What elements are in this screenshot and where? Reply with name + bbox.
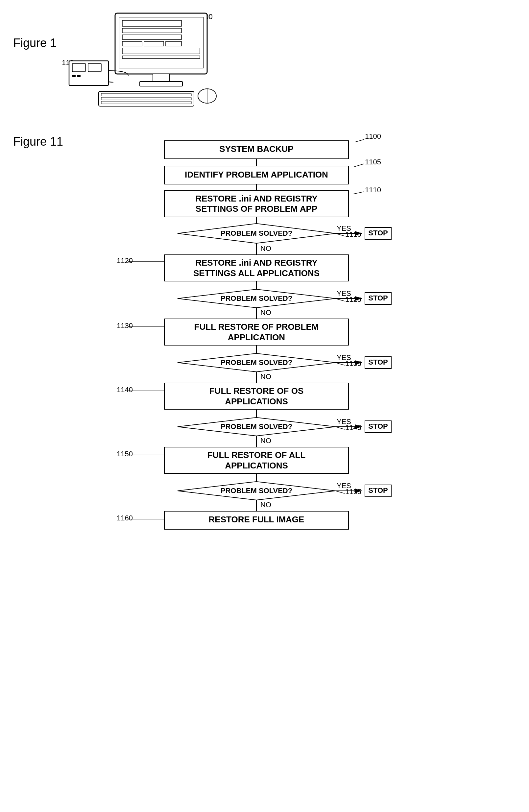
svg-text:PROBLEM SOLVED?: PROBLEM SOLVED? xyxy=(220,358,292,366)
svg-text:APPLICATION: APPLICATION xyxy=(228,332,285,342)
svg-text:YES: YES xyxy=(337,353,351,362)
svg-text:APPLICATIONS: APPLICATIONS xyxy=(225,461,288,470)
svg-text:PROBLEM SOLVED?: PROBLEM SOLVED? xyxy=(220,422,292,431)
svg-line-30 xyxy=(354,164,364,167)
svg-text:SETTINGS OF PROBLEM APP: SETTINGS OF PROBLEM APP xyxy=(196,204,317,214)
svg-text:YES: YES xyxy=(337,482,351,490)
svg-text:PROBLEM SOLVED?: PROBLEM SOLVED? xyxy=(220,487,292,495)
svg-rect-21 xyxy=(72,75,76,77)
svg-rect-11 xyxy=(140,82,183,86)
svg-text:SYSTEM BACKUP: SYSTEM BACKUP xyxy=(219,144,293,154)
svg-text:FULL RESTORE OF ALL: FULL RESTORE OF ALL xyxy=(208,450,306,460)
svg-text:YES: YES xyxy=(337,289,351,298)
svg-text:YES: YES xyxy=(337,224,351,232)
svg-rect-10 xyxy=(153,74,169,82)
svg-text:APPLICATIONS: APPLICATIONS xyxy=(225,396,288,406)
figure1-label: Figure 1 xyxy=(13,36,57,50)
svg-line-41 xyxy=(335,233,345,236)
svg-text:1110: 1110 xyxy=(365,186,381,194)
svg-text:NO: NO xyxy=(260,501,271,509)
svg-line-73 xyxy=(335,363,345,365)
svg-line-35 xyxy=(354,192,364,194)
svg-text:RESTORE .ini AND REGISTRY: RESTORE .ini AND REGISTRY xyxy=(195,194,318,203)
svg-text:1130: 1130 xyxy=(117,321,133,330)
figure11-area: Figure 11 1100 SYSTEM BACKUP 1105 IDENTI… xyxy=(10,125,519,802)
svg-text:PROBLEM SOLVED?: PROBLEM SOLVED? xyxy=(220,294,292,302)
svg-rect-18 xyxy=(69,61,109,86)
computer-illustration xyxy=(62,10,233,108)
svg-line-25 xyxy=(355,140,364,142)
svg-line-89 xyxy=(335,427,345,429)
svg-text:PROBLEM SOLVED?: PROBLEM SOLVED? xyxy=(220,229,292,237)
svg-text:SETTINGS ALL APPLICATIONS: SETTINGS ALL APPLICATIONS xyxy=(193,268,319,278)
svg-text:1120: 1120 xyxy=(117,257,133,265)
svg-text:NO: NO xyxy=(260,308,271,317)
svg-text:STOP: STOP xyxy=(368,422,388,430)
svg-text:FULL RESTORE OF OS: FULL RESTORE OF OS xyxy=(210,386,304,396)
svg-text:1150: 1150 xyxy=(117,450,133,458)
svg-text:1160: 1160 xyxy=(117,514,133,522)
svg-text:STOP: STOP xyxy=(368,358,388,366)
figure1-area: Figure 1 100 110 xyxy=(10,10,256,115)
svg-text:1105: 1105 xyxy=(365,158,381,166)
svg-text:1100: 1100 xyxy=(365,132,381,140)
svg-text:YES: YES xyxy=(337,418,351,426)
svg-rect-1 xyxy=(119,17,203,68)
svg-rect-22 xyxy=(77,75,81,77)
svg-text:STOP: STOP xyxy=(368,294,388,302)
svg-text:1140: 1140 xyxy=(117,386,133,394)
svg-text:STOP: STOP xyxy=(368,486,388,494)
svg-line-105 xyxy=(335,491,345,493)
svg-text:RESTORE FULL IMAGE: RESTORE FULL IMAGE xyxy=(209,514,304,524)
svg-text:NO: NO xyxy=(260,373,271,381)
svg-text:NO: NO xyxy=(260,244,271,252)
svg-text:IDENTIFY PROBLEM APPLICATION: IDENTIFY PROBLEM APPLICATION xyxy=(185,170,328,179)
svg-text:RESTORE .ini AND REGISTRY: RESTORE .ini AND REGISTRY xyxy=(195,258,318,267)
flowchart-svg: 1100 SYSTEM BACKUP 1105 IDENTIFY PROBLEM… xyxy=(99,125,493,799)
svg-text:FULL RESTORE OF PROBLEM: FULL RESTORE OF PROBLEM xyxy=(194,322,319,332)
svg-text:NO: NO xyxy=(260,437,271,445)
svg-line-57 xyxy=(335,299,345,301)
figure11-label: Figure 11 xyxy=(13,135,63,149)
svg-text:STOP: STOP xyxy=(368,229,388,237)
